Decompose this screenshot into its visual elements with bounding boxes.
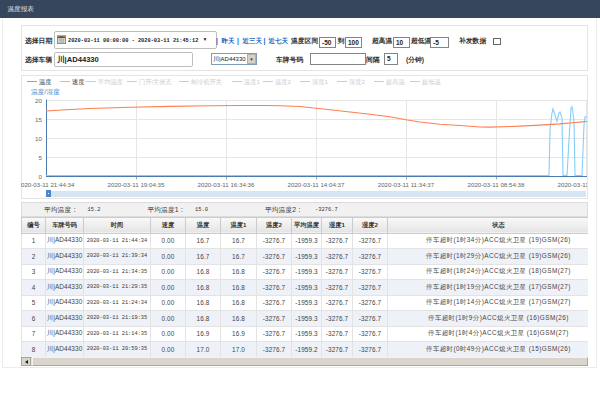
svg-text:2020-03-11 08:54:38: 2020-03-11 08:54:38 [468, 181, 526, 188]
svg-text:2020-03-11 14:04:37: 2020-03-11 14:04:37 [288, 181, 346, 188]
svg-text:0: 0 [39, 173, 43, 180]
svg-text:2020-03-11 06:24:39: 2020-03-11 06:24:39 [558, 181, 588, 188]
svg-text:20: 20 [35, 97, 42, 104]
svg-text:2020-03-11 16:34:36: 2020-03-11 16:34:36 [198, 181, 256, 188]
svg-text:2020-03-11 21:44:34: 2020-03-11 21:44:34 [21, 181, 75, 188]
svg-text:10: 10 [35, 135, 42, 142]
svg-text:2020-03-11 19:04:35: 2020-03-11 19:04:35 [108, 181, 166, 188]
svg-text:5: 5 [39, 154, 43, 161]
svg-text:2020-03-11 11:34:37: 2020-03-11 11:34:37 [378, 181, 435, 188]
svg-text:15: 15 [35, 116, 42, 123]
